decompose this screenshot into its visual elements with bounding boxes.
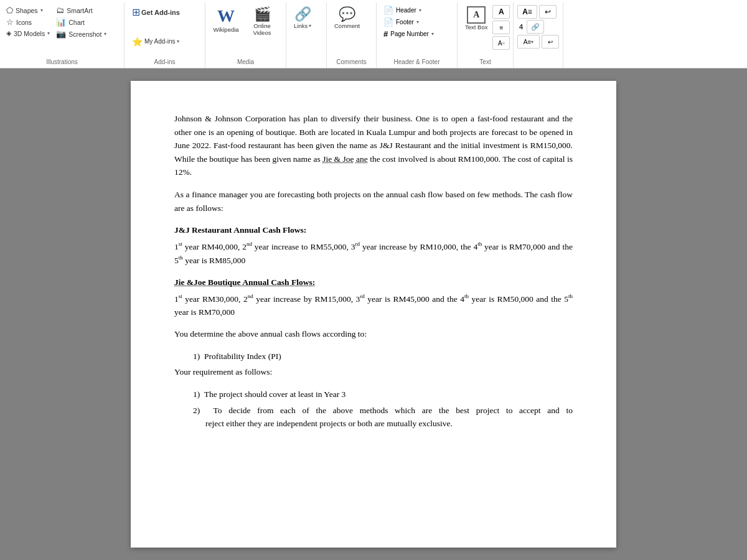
pi-item: 1) Profitability Index (PI): [193, 350, 573, 363]
format-button-1[interactable]: A≡: [517, 5, 537, 19]
chart-button[interactable]: 📊 Chart: [55, 17, 108, 27]
get-add-ins-button[interactable]: ⊞ Get Add-ins: [129, 5, 182, 19]
text-box-button[interactable]: A Text Box: [463, 5, 490, 32]
header-footer-group: 📄 Header ▾ 📄 Footer ▾ # Page Number ▾ He…: [377, 2, 458, 68]
comment-label: Comment: [334, 22, 360, 29]
page-number-button[interactable]: # Page Number ▾: [382, 29, 436, 39]
screenshot-button[interactable]: 📷 Screenshot ▾: [55, 29, 108, 39]
text-style-icon-1: A: [499, 7, 504, 16]
text-box-label: Text Box: [465, 24, 487, 30]
links-label: Links: [294, 22, 308, 29]
footer-button[interactable]: 📄 Footer ▾: [382, 17, 436, 27]
my-add-ins-button[interactable]: ⭐ My Add-ins ▾: [129, 35, 182, 48]
links-button[interactable]: 🔗 Links ▾: [291, 5, 314, 30]
format-icon-1: A≡: [522, 7, 532, 16]
online-videos-label: OnlineVideos: [253, 22, 271, 36]
comment-icon: 💬: [339, 6, 355, 22]
page-number-dropdown: ▾: [431, 31, 434, 37]
role-paragraph: As a finance manager you are forecasting…: [174, 188, 573, 215]
comments-group: 💬 Comment Comments: [327, 2, 377, 68]
text-group: A Text Box A ≡ A ≡ Text: [458, 2, 514, 68]
format-icon-2: 🔗: [531, 23, 540, 31]
jj-heading: J&J Restaurant Annual Cash Flows:: [174, 223, 573, 237]
requirement-heading: Your requirement as follows:: [174, 365, 573, 379]
text-style-icon-2: ≡: [500, 24, 504, 31]
right-icon-panel: A≡ ↩ 4 🔗 A≡ ▾ ↩: [514, 2, 563, 68]
my-addins-dropdown: ▾: [177, 39, 179, 44]
right-icon-row-2: 4 🔗: [517, 20, 559, 34]
3dmodels-dropdown-arrow: ▾: [47, 30, 50, 36]
jie-cashflows: 1st year RM30,000, 2nd year increase by …: [174, 292, 573, 319]
footer-label: Footer: [396, 19, 414, 26]
format-button-3[interactable]: A≡ ▾: [517, 35, 540, 49]
footer-dropdown: ▾: [416, 19, 419, 25]
hf-items: 📄 Header ▾ 📄 Footer ▾ # Page Number ▾: [382, 5, 436, 39]
header-icon: 📄: [383, 6, 393, 15]
comment-button[interactable]: 💬 Comment: [332, 5, 362, 30]
jie-joe-name: Jie & Joe: [322, 154, 354, 164]
format-icon-4: ↩: [548, 39, 553, 45]
text-style-icon-3: A: [498, 40, 502, 47]
3d-models-button[interactable]: ◈ 3D Models ▾: [5, 29, 51, 38]
hf-group-label: Header & Footer: [394, 58, 440, 65]
smartart-button[interactable]: 🗂 SmartArt: [55, 5, 108, 16]
screenshot-icon: 📷: [56, 29, 66, 39]
get-addins-icon: ⊞: [132, 6, 140, 18]
determine-paragraph: You determine the above annual cash flow…: [174, 327, 573, 341]
illustrations-group: ⬠ Shapes ▾ ☆ Icons ◈ 3D Models ▾ 🗂: [0, 2, 125, 68]
wikipedia-label: Wikipedia: [213, 26, 238, 33]
page-number-label: Page Number: [390, 30, 429, 37]
ane-text: ane: [356, 154, 368, 164]
format-button-2[interactable]: 🔗: [527, 20, 544, 34]
shapes-icon: ⬠: [6, 6, 13, 15]
req1-item: 1) The project should cover at least in …: [193, 388, 573, 401]
ribbon-toolbar: ⬠ Shapes ▾ ☆ Icons ◈ 3D Models ▾ 🗂: [0, 0, 747, 68]
font-size-indicator: 4: [517, 22, 525, 31]
get-addins-label: Get Add-ins: [141, 9, 180, 16]
media-group-label: Media: [237, 58, 254, 65]
jj-cashflows: 1st year RM40,000, 2nd year increase to …: [174, 240, 573, 267]
format-icon-3: A≡: [524, 39, 532, 45]
format-button-4[interactable]: ↩: [542, 35, 559, 49]
3d-models-icon: ◈: [6, 29, 11, 37]
req2-item: 2) To decide from each of the above meth…: [193, 404, 573, 431]
my-addins-icon: ⭐: [132, 37, 143, 47]
wikipedia-button[interactable]: W Wikipedia: [210, 5, 242, 34]
icons-button[interactable]: ☆ Icons: [5, 17, 51, 27]
online-videos-icon: 🎬: [254, 6, 271, 22]
right-icon-row-3: A≡ ▾ ↩: [517, 35, 559, 49]
jie-heading: Jie &Joe Boutique Annual Cash Flows:: [174, 276, 573, 289]
text-style-button-3[interactable]: A ≡: [492, 36, 510, 50]
links-group: 🔗 Links ▾: [286, 2, 327, 68]
links-dropdown: ▾: [309, 23, 311, 29]
footer-icon: 📄: [383, 17, 393, 27]
addins-group-label: Add-ins: [154, 58, 176, 65]
my-addins-label: My Add-ins: [144, 38, 175, 45]
header-button[interactable]: 📄 Header ▾: [382, 5, 436, 16]
text-box-icon: A: [473, 10, 479, 20]
undo-button[interactable]: ↩: [539, 5, 557, 19]
links-icon: 🔗: [294, 6, 311, 22]
screenshot-dropdown-arrow: ▾: [104, 31, 106, 37]
page-number-icon: #: [383, 29, 388, 39]
document-area: Johnson & Johnson Corporation has plan t…: [0, 68, 747, 560]
undo-icon: ↩: [545, 7, 551, 16]
text-style-button-1[interactable]: A: [492, 5, 510, 19]
wikipedia-icon: W: [217, 6, 235, 26]
illustrations-group-label: Illustrations: [46, 58, 78, 65]
text-group-label: Text: [479, 58, 491, 65]
online-videos-button[interactable]: 🎬 OnlineVideos: [247, 5, 278, 37]
smartart-icon: 🗂: [56, 6, 64, 15]
header-label: Header: [396, 7, 416, 14]
header-dropdown: ▾: [419, 7, 421, 13]
text-style-button-2[interactable]: ≡: [492, 21, 510, 34]
icons-icon: ☆: [6, 17, 14, 27]
document-page[interactable]: Johnson & Johnson Corporation has plan t…: [131, 81, 616, 548]
chart-icon: 📊: [56, 17, 66, 27]
format-dropdown-3: ▾: [531, 39, 533, 45]
addins-group: ⊞ Get Add-ins ⭐ My Add-ins ▾ Add-ins: [125, 2, 205, 68]
comments-group-label: Comments: [336, 58, 366, 65]
media-group: W Wikipedia 🎬 OnlineVideos Media: [205, 2, 286, 68]
right-icon-row-1: A≡ ↩: [517, 5, 559, 19]
shapes-button[interactable]: ⬠ Shapes ▾: [5, 5, 51, 16]
